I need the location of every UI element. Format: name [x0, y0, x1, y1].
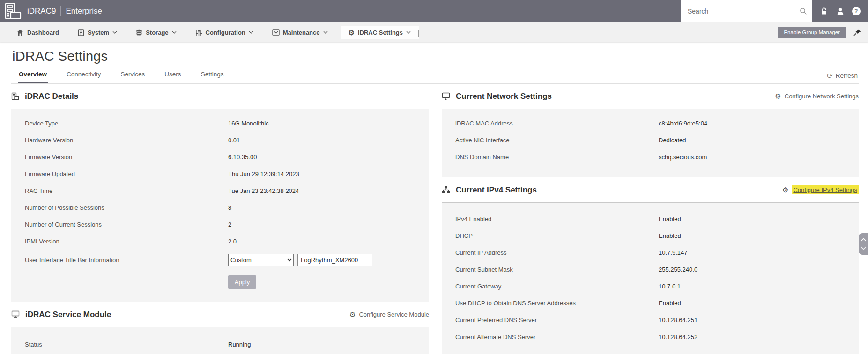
- service-module-header: iDRAC Service Module ⚙ Configure Service…: [11, 302, 429, 327]
- license-edition: Enterprise: [66, 7, 102, 16]
- detail-row: Hardware Version 0.01: [11, 132, 429, 148]
- configure-service-module-link[interactable]: ⚙ Configure Service Module: [349, 311, 429, 318]
- topbar-icon-group: ?: [812, 0, 868, 22]
- nav-system[interactable]: System: [72, 26, 123, 39]
- tab-overview[interactable]: Overview: [18, 66, 48, 83]
- section-title: Current IPv4 Settings: [456, 185, 537, 195]
- title-bar-info-row: User Interface Title Bar Information Cus…: [11, 250, 429, 270]
- network-settings-panel: iDRAC MAC Address c8:4b:d6:9d:e5:04 Acti…: [442, 109, 859, 177]
- detail-row: Number of Possible Sessions 8: [11, 199, 429, 216]
- page-title: iDRAC Settings: [12, 49, 859, 64]
- tab-connectivity[interactable]: Connectivity: [66, 66, 102, 83]
- gear-icon: ⚙: [349, 311, 356, 318]
- scroll-widget: [859, 233, 868, 255]
- refresh-button[interactable]: ⟳ Refresh: [827, 72, 858, 83]
- idrac-details-panel: Device Type 16G Monolithic Hardware Vers…: [11, 109, 429, 302]
- detail-row: Current IP Address 10.7.9.147: [442, 244, 859, 261]
- help-icon[interactable]: ?: [852, 7, 861, 15]
- detail-row: Number of Current Sessions 2: [11, 216, 429, 233]
- tab-settings[interactable]: Settings: [200, 66, 225, 83]
- monitor-icon: [11, 310, 20, 318]
- tab-users[interactable]: Users: [163, 66, 182, 83]
- detail-row: Active NIC Interface Dedicated: [442, 132, 859, 148]
- detail-row: DNS Domain Name schq.secious.com: [442, 148, 859, 165]
- pin-icon[interactable]: [853, 28, 861, 37]
- detail-row: IPv4 Enabled Enabled: [442, 210, 859, 227]
- detail-row: Current Gateway 10.7.0.1: [442, 278, 859, 295]
- detail-row: RAC Time Tue Jan 23 23:42:38 2024: [11, 182, 429, 199]
- detail-row: Status Running: [11, 333, 429, 354]
- nav-maintenance[interactable]: Maintenance: [266, 26, 334, 39]
- title-bar-mode-select[interactable]: Custom: [228, 254, 294, 266]
- enable-group-manager-button[interactable]: Enable Group Manager: [778, 27, 846, 38]
- section-title: Current Network Settings: [456, 92, 552, 101]
- gear-icon: ⚙: [782, 186, 788, 193]
- scroll-up-button[interactable]: [861, 238, 867, 242]
- network-monitor-icon: [442, 92, 450, 100]
- chevron-down-icon: [249, 31, 253, 34]
- brand-area: iDRAC9 Enterprise: [0, 2, 102, 21]
- section-title: iDRAC Details: [25, 92, 78, 101]
- chevron-down-icon: [406, 31, 411, 34]
- apply-button[interactable]: Apply: [228, 275, 256, 289]
- tab-services[interactable]: Services: [120, 66, 146, 83]
- network-settings-header: Current Network Settings ⚙ Configure Net…: [442, 84, 859, 109]
- home-icon: [16, 29, 24, 36]
- top-bar: iDRAC9 Enterprise ?: [0, 0, 868, 22]
- product-name: iDRAC9: [27, 7, 56, 16]
- detail-row: Current Preferred DNS Server 10.128.64.2…: [442, 311, 859, 328]
- detail-row: Device Type 16G Monolithic: [11, 115, 429, 132]
- server-icon: [78, 29, 84, 36]
- service-module-panel: Status Running: [11, 327, 429, 354]
- chevron-down-icon: [323, 31, 328, 34]
- configure-network-settings-link[interactable]: ⚙ Configure Network Settings: [775, 93, 859, 100]
- unlock-icon[interactable]: [820, 7, 828, 15]
- nav-dashboard[interactable]: Dashboard: [10, 26, 65, 39]
- idrac-details-icon: [11, 92, 19, 101]
- main-nav: Dashboard System Storage: [0, 22, 868, 42]
- detail-row: Current Subnet Mask 255.255.240.0: [442, 261, 859, 278]
- brand-divider: [60, 6, 61, 16]
- refresh-icon: ⟳: [827, 72, 833, 79]
- search-icon[interactable]: [799, 7, 808, 15]
- idrac-logo-icon: [4, 2, 22, 21]
- detail-row: Current Alternate DNS Server 10.128.64.2…: [442, 328, 859, 345]
- chevron-down-icon: [172, 31, 177, 34]
- nav-idrac-settings[interactable]: ⚙ iDRAC Settings: [341, 26, 419, 39]
- nav-storage[interactable]: Storage: [130, 26, 182, 39]
- detail-row: Firmware Updated Thu Jun 29 12:39:14 202…: [11, 165, 429, 182]
- configure-ipv4-settings-link[interactable]: ⚙ Configure IPv4 Settings: [782, 185, 859, 194]
- idrac-details-header: iDRAC Details: [11, 84, 429, 109]
- scroll-down-button[interactable]: [861, 246, 867, 250]
- chevron-down-icon: [112, 31, 117, 34]
- ipv4-settings-header: Current IPv4 Settings ⚙ Configure IPv4 S…: [442, 177, 859, 202]
- detail-row: DHCP Enabled: [442, 227, 859, 244]
- apply-row: Apply: [11, 270, 429, 294]
- nav-configuration[interactable]: Configuration: [189, 26, 260, 39]
- section-title: iDRAC Service Module: [25, 310, 111, 319]
- search-input[interactable]: [688, 7, 799, 15]
- chart-box-icon: [272, 29, 280, 36]
- sliders-icon: [195, 29, 202, 36]
- ipv4-settings-panel: IPv4 Enabled Enabled DHCP Enabled Curren…: [442, 202, 859, 354]
- title-bar-text-input[interactable]: [297, 254, 372, 266]
- highlighted-link-text[interactable]: Configure IPv4 Settings: [792, 185, 859, 194]
- detail-row: iDRAC MAC Address c8:4b:d6:9d:e5:04: [442, 115, 859, 132]
- network-topology-icon: [442, 186, 450, 194]
- detail-row: Firmware Version 6.10.35.00: [11, 148, 429, 165]
- gear-icon: ⚙: [775, 93, 781, 100]
- tab-bar: Overview Connectivity Services Users Set…: [11, 66, 859, 84]
- gears-icon: ⚙: [349, 29, 355, 36]
- search-box[interactable]: [681, 0, 812, 22]
- detail-row: Use DHCP to Obtain DNS Server Addresses …: [442, 295, 859, 311]
- storage-disk-icon: [136, 29, 142, 36]
- detail-row: IPMI Version 2.0: [11, 233, 429, 250]
- user-icon[interactable]: [836, 7, 845, 15]
